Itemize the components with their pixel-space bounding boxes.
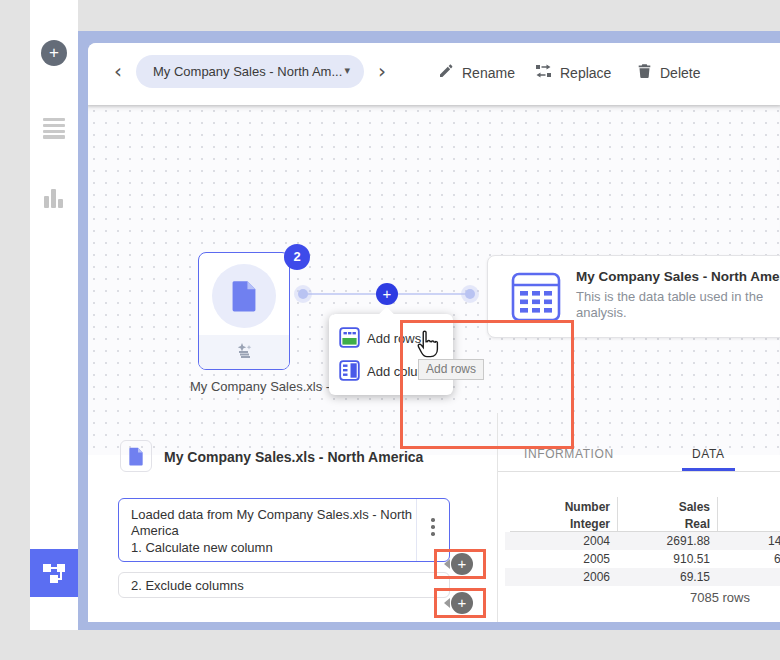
step-label: 1. Calculate new column (131, 540, 273, 555)
app-sidebar: + (30, 0, 78, 630)
rename-label: Rename (462, 65, 515, 81)
connector-endpoint-left[interactable] (298, 289, 308, 299)
column-divider (717, 497, 718, 531)
menu-pointer (379, 307, 395, 323)
connector-add-button[interactable]: + (376, 283, 398, 305)
tab-data[interactable]: DATA (682, 447, 735, 471)
next-dataset-button[interactable]: › (378, 59, 386, 83)
cell-sales: 2691.88 (615, 534, 710, 548)
visualizations-icon[interactable] (43, 188, 65, 208)
delete-button[interactable]: Delete (637, 57, 700, 89)
data-canvas-nav-tile[interactable] (30, 549, 78, 597)
dataset-dropdown-value: My Company Sales - North Am... (153, 64, 342, 79)
step-exclude-columns[interactable]: 2. Exclude columns (118, 572, 450, 598)
details-divider (497, 413, 498, 622)
graphical-canvas[interactable]: + 2 (88, 105, 780, 455)
cell-sales: 69.15 (615, 570, 710, 584)
column-header-sales: Sales (615, 500, 710, 514)
plus-icon: + (458, 555, 467, 572)
replace-label: Replace (560, 65, 611, 81)
source-file-badge (120, 440, 152, 472)
chevron-down-icon: ▾ (344, 64, 350, 77)
plus-icon: + (49, 43, 59, 62)
mouse-cursor-icon (414, 330, 440, 364)
table-node-title: My Company Sales - North America (576, 269, 780, 284)
add-columns-icon (339, 360, 360, 385)
column-type-integer: Integer (540, 517, 610, 531)
insert-step-button-1[interactable]: + (451, 553, 473, 575)
row-count-label: 7085 rows (660, 590, 780, 605)
column-type-real: Real (615, 517, 710, 531)
cell-year: 2005 (540, 552, 610, 566)
table-row: 2004 2691.88 14 (505, 532, 780, 550)
step-loaded-data[interactable]: Loaded data from My Company Sales.xls - … (118, 498, 450, 562)
details-source-title: My Company Sales.xls - North America (164, 449, 423, 465)
rename-button[interactable]: Rename (438, 57, 515, 89)
cell-year: 2006 (540, 570, 610, 584)
tabs-divider (498, 471, 780, 472)
step-divider (416, 499, 417, 561)
kebab-menu-icon[interactable] (428, 518, 438, 539)
replace-button[interactable]: Replace (535, 57, 611, 89)
swap-icon (535, 63, 552, 83)
cell-clipped: 6 (774, 552, 780, 566)
step-description: Loaded data from My Company Sales.xls - … (131, 507, 417, 539)
cell-year: 2004 (540, 534, 610, 548)
plus-icon: + (383, 285, 392, 302)
insert-arrow-icon (444, 559, 450, 569)
node-footer (199, 335, 289, 369)
insert-step-button-2[interactable]: + (451, 592, 473, 614)
data-table-node[interactable]: My Company Sales - North America This is… (487, 255, 780, 338)
previous-dataset-button[interactable]: ‹ (114, 59, 122, 83)
cell-clipped: 14 (768, 534, 780, 548)
table-node-description: This is the data table used in the analy… (576, 289, 780, 321)
step-count-badge: 2 (284, 244, 310, 270)
insert-arrow-icon (444, 598, 450, 608)
pencil-icon (438, 63, 454, 83)
dataset-dropdown[interactable]: My Company Sales - North Am... ▾ (136, 55, 364, 88)
connector-endpoint-right[interactable] (465, 289, 475, 299)
step-label: 2. Exclude columns (131, 578, 244, 593)
plus-icon: + (458, 594, 467, 611)
table-row: 2006 69.15 (505, 568, 780, 586)
delete-label: Delete (660, 65, 700, 81)
cell-sales: 910.51 (615, 552, 710, 566)
column-header-number: Number (540, 500, 610, 514)
tab-information[interactable]: INFORMATION (524, 447, 614, 471)
add-page-button[interactable]: + (41, 40, 67, 66)
add-rows-icon (339, 327, 360, 352)
source-file-node[interactable] (198, 252, 290, 370)
node-icon-circle (212, 264, 276, 328)
data-panel-icon[interactable] (43, 118, 65, 141)
trash-icon (637, 63, 652, 83)
canvas-toolbar: ‹ My Company Sales - North Am... ▾ › Ren… (88, 43, 780, 105)
column-divider (617, 497, 618, 531)
table-row: 2005 910.51 6 (505, 550, 780, 568)
